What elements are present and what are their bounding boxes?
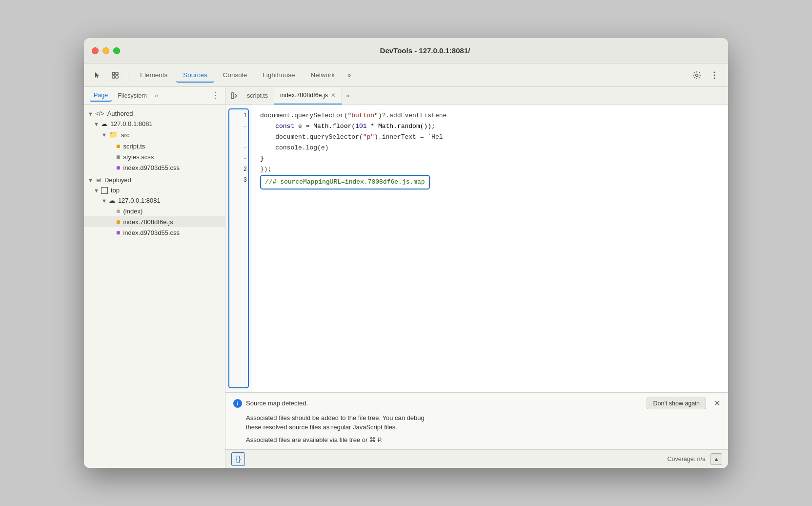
file-tree: ▼ </> Authored ▼ ☁ 127.0.0.1:8081 ▼ 📁 sr…: [84, 105, 225, 468]
close-button[interactable]: [92, 47, 99, 54]
editor-tabs: script.ts index.7808df6e.js ✕ »: [225, 87, 728, 105]
notification-header: i Source map detected. Don't show again …: [233, 398, 720, 409]
tab-index-js[interactable]: index.7808df6e.js ✕: [274, 87, 342, 105]
tab-lighthouse[interactable]: Lighthouse: [256, 68, 302, 82]
tree-index-css-authored[interactable]: ■ index.d9703d55.css: [84, 162, 225, 173]
authored-label: Authored: [107, 110, 133, 117]
tab-page[interactable]: Page: [90, 90, 112, 102]
index-js-label: index.7808df6e.js: [123, 218, 173, 226]
toolbar-more-button[interactable]: »: [344, 69, 355, 81]
cloud-icon-authored: ☁: [101, 120, 107, 127]
editor-back-button[interactable]: [227, 89, 241, 103]
tab-sources[interactable]: Sources: [176, 68, 214, 83]
toolbar-divider: [128, 69, 128, 81]
index-css-authored-label: index.d9703d55.css: [123, 164, 180, 171]
inspect-icon[interactable]: [107, 67, 123, 83]
index-page-label: (index): [123, 208, 142, 215]
tab-filesystem[interactable]: Filesystem: [114, 90, 151, 101]
editor-more-button[interactable]: »: [342, 90, 353, 101]
svg-rect-0: [112, 72, 115, 75]
toolbar-right: [689, 67, 722, 83]
folder-src-icon: 📁: [109, 130, 118, 139]
tree-index-page[interactable]: ■ (index): [84, 206, 225, 216]
main-content: Page Filesystem » ⋮ ▼ </> Authored ▼ ☁ 1…: [84, 87, 728, 468]
panel-tabs: Page Filesystem » ⋮: [84, 87, 225, 105]
arrow-deployed: ▼: [88, 177, 93, 183]
arrow-src: ▼: [102, 132, 107, 138]
notification-body: Associated files should be added to the …: [233, 413, 720, 445]
styles-scss-label: styles.scss: [123, 153, 154, 161]
arrow-127-authored: ▼: [94, 121, 99, 127]
maximize-button[interactable]: [113, 47, 120, 54]
svg-rect-3: [116, 76, 118, 78]
code-line-2: const e = Math.floor(101 * Math.random()…: [260, 121, 720, 132]
arrow-127-deployed: ▼: [102, 198, 107, 204]
deployed-label: Deployed: [104, 176, 131, 184]
top-label: top: [111, 187, 120, 194]
tree-deployed[interactable]: ▼ 🖥 Deployed: [84, 175, 225, 185]
tree-src[interactable]: ▼ 📁 src: [84, 129, 225, 141]
arrow-authored: ▼: [88, 111, 93, 117]
script-ts-icon: ■: [116, 142, 120, 150]
svg-point-5: [714, 71, 715, 73]
more-options-icon[interactable]: [707, 67, 722, 83]
tab-network[interactable]: Network: [304, 68, 342, 82]
svg-rect-1: [116, 72, 118, 75]
index-css-deployed-icon: ■: [116, 229, 120, 236]
tree-index-css-deployed[interactable]: ■ index.d9703d55.css: [84, 227, 225, 238]
close-notification-button[interactable]: ✕: [714, 399, 720, 408]
close-tab-button[interactable]: ✕: [331, 92, 336, 99]
notification-line1-text: Associated files should be added to the …: [246, 414, 425, 422]
svg-rect-2: [112, 76, 115, 78]
code-line-6: });: [260, 164, 720, 175]
format-icon[interactable]: {}: [231, 452, 245, 466]
top-icon: [101, 187, 108, 194]
line-numbers: 1 – – – – 2 3: [225, 105, 252, 392]
left-panel: Page Filesystem » ⋮ ▼ </> Authored ▼ ☁ 1…: [84, 87, 225, 468]
tab-elements[interactable]: Elements: [133, 68, 174, 82]
right-panel: script.ts index.7808df6e.js ✕ » 1 – –: [225, 87, 728, 468]
tab-console[interactable]: Console: [216, 68, 254, 82]
tree-styles-scss[interactable]: ■ styles.scss: [84, 151, 225, 162]
tree-top[interactable]: ▼ top: [84, 185, 225, 195]
code-line-1: document.querySelector("button")?.addEve…: [260, 110, 720, 121]
svg-point-7: [714, 77, 715, 79]
source-map-highlight: //# sourceMappingURL=index.7808df6e.js.m…: [260, 175, 430, 190]
authored-icon: </>: [95, 110, 104, 117]
src-label: src: [121, 131, 129, 139]
tree-127-authored[interactable]: ▼ ☁ 127.0.0.1:8081: [84, 119, 225, 129]
tab-script-ts[interactable]: script.ts: [241, 87, 274, 105]
index-js-icon: ■: [116, 218, 120, 226]
notification-title: Source map detected.: [246, 400, 643, 407]
tree-script-ts[interactable]: ■ script.ts: [84, 141, 225, 151]
code-area: 1 – – – – 2 3 document.querySelector("bu…: [225, 105, 728, 468]
line-number-highlight: [228, 108, 249, 388]
script-ts-label: script.ts: [123, 143, 145, 150]
devtools-window: DevTools - 127.0.0.1:8081/ Elements Sour…: [84, 38, 728, 468]
script-ts-tab-label: script.ts: [247, 92, 268, 99]
tree-127-deployed[interactable]: ▼ ☁ 127.0.0.1:8081: [84, 195, 225, 206]
minimize-button[interactable]: [102, 47, 109, 54]
notification-body-line1: Associated files should be added to the …: [246, 413, 720, 432]
settings-icon[interactable]: [689, 67, 705, 83]
coverage-label: Coverage: n/a: [667, 456, 706, 463]
index-page-icon: ■: [116, 207, 120, 215]
panel-more-button[interactable]: »: [155, 92, 158, 99]
svg-point-4: [696, 74, 698, 76]
traffic-lights: [92, 47, 120, 54]
notification-bar: i Source map detected. Don't show again …: [225, 392, 728, 450]
127-deployed-label: 127.0.0.1:8081: [118, 197, 161, 204]
index-js-tab-label: index.7808df6e.js: [280, 92, 328, 99]
cloud-icon-deployed: ☁: [109, 197, 115, 204]
scroll-up-button[interactable]: ▲: [710, 453, 722, 465]
notification-body-line3: Associated files are available via file …: [246, 435, 720, 445]
notification-line2-text: these resolved source files as regular J…: [246, 423, 397, 431]
tree-authored[interactable]: ▼ </> Authored: [84, 108, 225, 119]
code-line-4: console.log(e): [260, 143, 720, 153]
cursor-icon[interactable]: [90, 67, 105, 83]
window-title: DevTools - 127.0.0.1:8081/: [130, 46, 720, 55]
panel-menu-button[interactable]: ⋮: [211, 91, 219, 100]
tree-index-js[interactable]: ■ index.7808df6e.js: [84, 216, 225, 227]
svg-rect-8: [231, 93, 234, 99]
dont-show-again-button[interactable]: Don't show again: [647, 398, 706, 409]
